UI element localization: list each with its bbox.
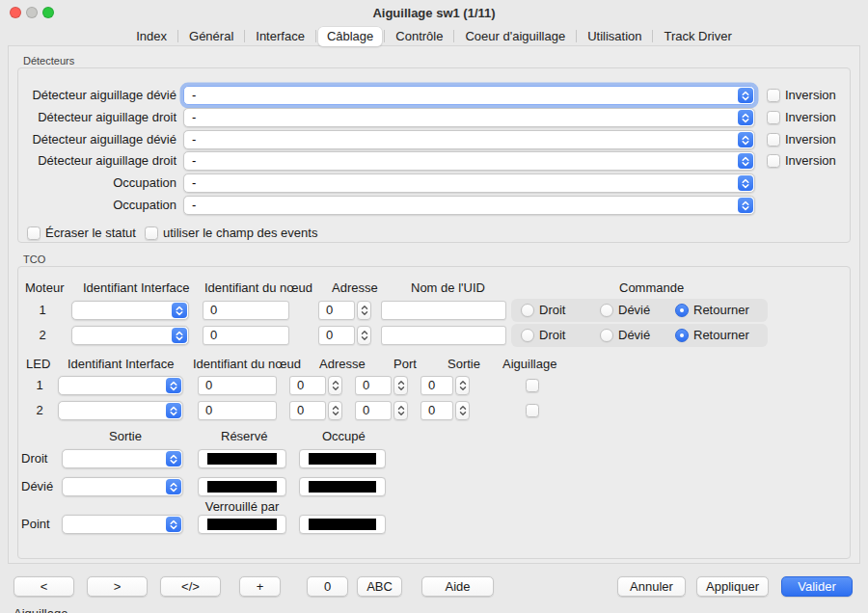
moteur-node-header: Identifiant du nœud [204, 280, 312, 296]
moteur-1-radio-retourner[interactable] [675, 304, 689, 317]
chevron-updown-icon [738, 88, 753, 103]
tab-separator [652, 30, 653, 42]
led-2-port-field[interactable]: 0 [355, 401, 392, 420]
reserve-col-header: Réservé [221, 429, 267, 444]
moteur-1-radio-devie[interactable] [600, 304, 613, 317]
moteur-1-radio-droit[interactable] [521, 304, 534, 317]
point-sortie-select[interactable] [62, 515, 183, 534]
code-button[interactable]: </> [160, 576, 221, 597]
help-button[interactable]: Aide [421, 576, 494, 597]
moteur-2-radio-retourner[interactable] [675, 329, 689, 342]
inversion-checkbox-3[interactable] [767, 133, 780, 147]
led-1-sortie-field[interactable]: 0 [420, 376, 453, 395]
chevron-updown-icon [166, 378, 181, 393]
devie-reserve-color-button[interactable] [198, 477, 286, 496]
chevron-updown-icon [166, 479, 181, 494]
droit-reserve-color-button[interactable] [198, 449, 286, 468]
detecteur-droit-1-label: Détecteur aiguillage droit [0, 108, 176, 127]
tab-general[interactable]: Général [180, 27, 242, 46]
led-2-sortie-field[interactable]: 0 [420, 401, 453, 420]
led-1-aiguillage-checkbox[interactable] [526, 379, 539, 392]
moteur-1-uid-field[interactable] [381, 301, 506, 320]
color-swatch [207, 481, 277, 493]
point-verrou-color-button[interactable] [198, 515, 286, 534]
droit-occupe-color-button[interactable] [299, 449, 386, 468]
ok-button[interactable]: Valider [781, 576, 853, 597]
tab-utilisation[interactable]: Utilisation [579, 27, 650, 46]
led-1-adresse-field[interactable]: 0 [289, 376, 326, 395]
moteur-2-radio-devie[interactable] [600, 329, 613, 342]
moteur-adresse-header: Adresse [332, 280, 378, 296]
detecteur-droit-1-select[interactable]: - [183, 108, 755, 127]
moteur-1-adresse-stepper[interactable] [357, 301, 371, 320]
led-2-node-field[interactable]: 0 [198, 401, 277, 420]
titlebar: Aiguillage sw1 (1/11) [0, 0, 868, 25]
inversion-label-3: Inversion [785, 132, 836, 147]
tab-track-driver[interactable]: Track Driver [655, 27, 740, 46]
occupation-2-select[interactable]: - [183, 196, 755, 215]
led-2-interface-select[interactable] [58, 401, 183, 420]
minimize-button[interactable] [26, 7, 38, 18]
led-port-header: Port [393, 357, 417, 372]
led-2-sortie-stepper[interactable] [455, 401, 470, 420]
occupation-1-label: Occupation [0, 173, 176, 193]
tab-interface[interactable]: Interface [247, 27, 313, 46]
select-value: - [192, 197, 196, 214]
inversion-checkbox-2[interactable] [767, 111, 780, 124]
led-2-port-stepper[interactable] [393, 401, 408, 420]
led-1-adresse-stepper[interactable] [328, 376, 342, 395]
cancel-button[interactable]: Annuler [617, 576, 686, 597]
moteur-1-interface-select[interactable] [71, 301, 189, 320]
inversion-checkbox-4[interactable] [767, 154, 780, 168]
inversion-checkbox-1[interactable] [767, 89, 780, 102]
close-button[interactable] [10, 7, 21, 18]
moteur-2-num: 2 [35, 326, 50, 345]
detecteur-devie-2-select[interactable]: - [183, 130, 755, 149]
led-1-port-stepper[interactable] [393, 376, 408, 395]
tab-cablage[interactable]: Câblage [318, 27, 382, 46]
led-2-aiguillage-checkbox[interactable] [526, 404, 539, 417]
moteur-2-adresse-stepper[interactable] [357, 326, 371, 345]
moteur-2-interface-select[interactable] [71, 326, 189, 345]
moteur-1-node-field[interactable]: 0 [203, 301, 289, 320]
point-occupe-color-button[interactable] [299, 515, 386, 534]
chevron-updown-icon [166, 517, 181, 532]
moteur-2-adresse-field[interactable]: 0 [318, 326, 355, 345]
add-button[interactable]: + [239, 576, 281, 597]
led-1-interface-select[interactable] [58, 376, 183, 395]
devie-occupe-color-button[interactable] [299, 477, 386, 496]
apply-button[interactable]: Appliquer [696, 576, 769, 597]
led-1-node-field[interactable]: 0 [198, 376, 277, 395]
tab-separator [315, 30, 316, 42]
ecraser-statut-checkbox[interactable] [27, 227, 41, 240]
zero-button[interactable]: 0 [307, 576, 348, 597]
led-1-port-field[interactable]: 0 [355, 376, 392, 395]
moteur-2-uid-field[interactable] [381, 326, 506, 345]
droit-sortie-select[interactable] [62, 449, 183, 468]
led-1-sortie-stepper[interactable] [455, 376, 470, 395]
tab-coeur-aiguillage[interactable]: Coeur d'aiguillage [456, 27, 574, 46]
led-aiguillage-header: Aiguillage [502, 357, 556, 372]
next-button[interactable]: > [87, 576, 148, 597]
detecteur-devie-1-select[interactable]: - [183, 86, 755, 105]
devie-sortie-select[interactable] [62, 477, 183, 496]
occupation-1-select[interactable]: - [183, 173, 755, 193]
tab-separator [244, 30, 245, 42]
led-2-adresse-stepper[interactable] [328, 401, 342, 420]
prev-button[interactable]: < [14, 576, 74, 597]
moteur-2-radio-droit[interactable] [521, 329, 534, 342]
moteur-1-adresse-field[interactable]: 0 [318, 301, 355, 320]
moteur-commande-header: Commande [619, 280, 684, 296]
moteur-2-node-field[interactable]: 0 [203, 326, 289, 345]
color-swatch [207, 519, 277, 530]
detecteur-droit-2-select[interactable]: - [183, 151, 755, 171]
tab-controle[interactable]: Contrôle [387, 27, 451, 46]
abc-button[interactable]: ABC [357, 576, 402, 597]
zoom-button[interactable] [42, 7, 54, 18]
moteur-1-radio-devie-label: Dévié [618, 301, 650, 320]
champ-events-checkbox[interactable] [145, 227, 158, 240]
led-2-adresse-field[interactable]: 0 [289, 401, 326, 420]
chevron-updown-icon [166, 403, 181, 418]
tab-index[interactable]: Index [127, 27, 176, 46]
color-swatch [309, 519, 376, 530]
